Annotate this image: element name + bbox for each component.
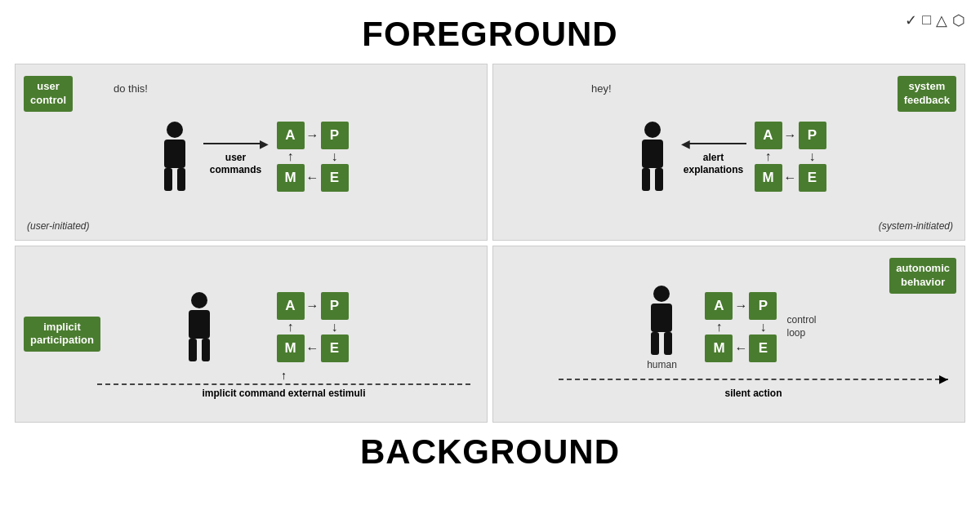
svg-rect-2	[164, 168, 172, 191]
speech-hey: hey!	[591, 82, 612, 95]
speech-do-this: do this!	[114, 82, 148, 95]
hexagon-icon: ⬡	[952, 11, 965, 29]
page-footer: BACKGROUND	[0, 423, 980, 480]
svg-point-12	[653, 286, 670, 302]
apex-a-4: A	[705, 292, 733, 320]
human-label: human	[647, 359, 677, 370]
apex-a-3: A	[277, 292, 305, 320]
check-icon: ✓	[905, 11, 917, 29]
svg-rect-15	[664, 332, 672, 355]
badge-implicit-participation: implicitparticipation	[24, 317, 100, 352]
person-icon-2	[632, 120, 673, 193]
badge-user-control: usercontrol	[24, 76, 73, 112]
apex-a-2: A	[755, 122, 782, 149]
svg-point-4	[644, 122, 661, 138]
apex-p-3: P	[321, 292, 349, 320]
svg-point-8	[191, 292, 207, 308]
apex-e-4: E	[749, 335, 777, 362]
badge-system-feedback: systemfeedback	[898, 76, 956, 112]
corner-user-initiated: (user-initiated)	[27, 220, 89, 232]
top-right-icons: ✓ □ △ ⬡	[905, 11, 965, 29]
cell-user-control: usercontrol do this! ▶ usercommands	[15, 64, 488, 241]
svg-rect-14	[651, 332, 659, 355]
apex-p-2: P	[799, 122, 826, 149]
apex-e-1: E	[321, 164, 349, 192]
svg-rect-10	[189, 339, 197, 361]
apex-m-3: M	[277, 335, 305, 362]
apex-a-1: A	[277, 122, 305, 149]
square-icon: □	[922, 11, 931, 29]
control-loop-label: controlloop	[786, 314, 816, 339]
svg-rect-6	[642, 168, 650, 191]
person-icon-3	[179, 290, 220, 364]
apex-p-4: P	[749, 292, 777, 320]
apex-e-3: E	[321, 335, 349, 362]
arrow-label-3: implicit command external estimuli	[202, 388, 365, 399]
apex-m-2: M	[755, 164, 782, 192]
main-grid: usercontrol do this! ▶ usercommands	[15, 64, 965, 423]
svg-rect-9	[189, 310, 210, 339]
person-icon-1	[154, 120, 195, 193]
triangle-icon: △	[936, 11, 947, 29]
arrow-label-1: usercommands	[210, 152, 261, 175]
person-icon-4	[641, 284, 682, 357]
svg-rect-13	[651, 304, 672, 332]
apex-p-1: P	[321, 122, 349, 149]
cell-system-feedback: systemfeedback hey! ◀ alertexplanations	[492, 64, 965, 241]
apex-e-2: E	[799, 164, 826, 192]
svg-rect-7	[655, 168, 663, 191]
arrow-label-2: alertexplanations	[684, 152, 743, 175]
apex-m-1: M	[277, 164, 305, 192]
badge-autonomic-behavior: autonomicbehavior	[889, 258, 956, 294]
apex-m-4: M	[705, 335, 733, 362]
arrow-label-4: silent action	[724, 388, 782, 399]
page-title: FOREGROUND	[0, 0, 980, 64]
svg-rect-11	[202, 339, 210, 361]
svg-point-0	[167, 122, 183, 138]
cell-implicit-participation: implicitparticipation A → P ↑ ↓ M ← E	[15, 246, 488, 423]
cell-autonomic-behavior: autonomicbehavior human A → P ↑ ↓	[492, 246, 965, 423]
svg-rect-1	[164, 140, 185, 168]
svg-rect-5	[642, 140, 663, 168]
corner-system-initiated: (system-initiated)	[879, 220, 953, 232]
svg-rect-3	[177, 168, 185, 191]
